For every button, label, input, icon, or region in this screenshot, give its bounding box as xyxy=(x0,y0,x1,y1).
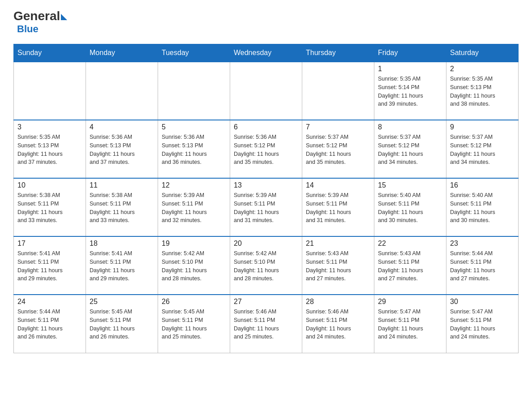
calendar-cell: 21Sunrise: 5:43 AM Sunset: 5:11 PM Dayli… xyxy=(302,236,374,295)
day-number: 5 xyxy=(162,123,226,131)
logo-general-text: General xyxy=(13,9,60,23)
calendar-week-row: 10Sunrise: 5:38 AM Sunset: 5:11 PM Dayli… xyxy=(14,178,519,236)
calendar-cell: 23Sunrise: 5:44 AM Sunset: 5:11 PM Dayli… xyxy=(446,236,519,295)
day-number: 9 xyxy=(450,123,515,131)
weekday-header-thursday: Thursday xyxy=(302,44,374,62)
calendar-cell: 26Sunrise: 5:45 AM Sunset: 5:11 PM Dayli… xyxy=(158,295,230,353)
calendar-cell: 7Sunrise: 5:37 AM Sunset: 5:12 PM Daylig… xyxy=(302,120,374,178)
calendar-cell: 28Sunrise: 5:46 AM Sunset: 5:11 PM Dayli… xyxy=(302,295,374,353)
day-number: 19 xyxy=(162,240,226,248)
calendar-cell xyxy=(158,62,230,120)
calendar-week-row: 1Sunrise: 5:35 AM Sunset: 5:14 PM Daylig… xyxy=(14,62,519,120)
calendar-cell: 10Sunrise: 5:38 AM Sunset: 5:11 PM Dayli… xyxy=(14,178,86,236)
calendar-cell: 11Sunrise: 5:38 AM Sunset: 5:11 PM Dayli… xyxy=(86,178,158,236)
calendar-cell: 1Sunrise: 5:35 AM Sunset: 5:14 PM Daylig… xyxy=(374,62,446,120)
day-info: Sunrise: 5:36 AM Sunset: 5:13 PM Dayligh… xyxy=(162,133,226,167)
day-info: Sunrise: 5:35 AM Sunset: 5:13 PM Dayligh… xyxy=(17,133,82,167)
day-info: Sunrise: 5:37 AM Sunset: 5:12 PM Dayligh… xyxy=(450,133,515,167)
day-info: Sunrise: 5:42 AM Sunset: 5:10 PM Dayligh… xyxy=(162,249,226,283)
weekday-header-tuesday: Tuesday xyxy=(158,44,230,62)
calendar-cell: 29Sunrise: 5:47 AM Sunset: 5:11 PM Dayli… xyxy=(374,295,446,353)
day-info: Sunrise: 5:43 AM Sunset: 5:11 PM Dayligh… xyxy=(306,249,370,283)
day-info: Sunrise: 5:45 AM Sunset: 5:11 PM Dayligh… xyxy=(90,308,154,341)
day-number: 21 xyxy=(306,240,370,248)
calendar-cell: 12Sunrise: 5:39 AM Sunset: 5:11 PM Dayli… xyxy=(158,178,230,236)
weekday-header-saturday: Saturday xyxy=(446,44,519,62)
day-number: 4 xyxy=(90,123,154,131)
day-info: Sunrise: 5:45 AM Sunset: 5:11 PM Dayligh… xyxy=(162,308,226,341)
day-number: 26 xyxy=(162,298,226,306)
logo: General Blue xyxy=(13,9,67,35)
calendar-cell: 22Sunrise: 5:43 AM Sunset: 5:11 PM Dayli… xyxy=(374,236,446,295)
day-info: Sunrise: 5:46 AM Sunset: 5:11 PM Dayligh… xyxy=(306,308,370,341)
day-info: Sunrise: 5:40 AM Sunset: 5:11 PM Dayligh… xyxy=(378,191,442,225)
day-number: 25 xyxy=(90,298,154,306)
day-info: Sunrise: 5:35 AM Sunset: 5:13 PM Dayligh… xyxy=(450,75,515,108)
day-info: Sunrise: 5:38 AM Sunset: 5:11 PM Dayligh… xyxy=(17,191,82,225)
calendar-week-row: 3Sunrise: 5:35 AM Sunset: 5:13 PM Daylig… xyxy=(14,120,519,178)
day-number: 24 xyxy=(17,298,82,306)
calendar-cell: 20Sunrise: 5:42 AM Sunset: 5:10 PM Dayli… xyxy=(230,236,302,295)
calendar-week-row: 17Sunrise: 5:41 AM Sunset: 5:11 PM Dayli… xyxy=(14,236,519,295)
day-info: Sunrise: 5:39 AM Sunset: 5:11 PM Dayligh… xyxy=(162,191,226,225)
day-number: 23 xyxy=(450,240,515,248)
day-info: Sunrise: 5:44 AM Sunset: 5:11 PM Dayligh… xyxy=(17,308,82,341)
calendar-cell: 30Sunrise: 5:47 AM Sunset: 5:11 PM Dayli… xyxy=(446,295,519,353)
calendar-cell: 3Sunrise: 5:35 AM Sunset: 5:13 PM Daylig… xyxy=(14,120,86,178)
day-info: Sunrise: 5:35 AM Sunset: 5:14 PM Dayligh… xyxy=(378,75,442,108)
day-info: Sunrise: 5:47 AM Sunset: 5:11 PM Dayligh… xyxy=(378,308,442,341)
day-number: 14 xyxy=(306,181,370,189)
day-number: 13 xyxy=(234,181,298,189)
calendar-cell: 25Sunrise: 5:45 AM Sunset: 5:11 PM Dayli… xyxy=(86,295,158,353)
calendar-cell: 16Sunrise: 5:40 AM Sunset: 5:11 PM Dayli… xyxy=(446,178,519,236)
day-number: 12 xyxy=(162,181,226,189)
calendar-cell: 6Sunrise: 5:36 AM Sunset: 5:12 PM Daylig… xyxy=(230,120,302,178)
day-number: 3 xyxy=(17,123,82,131)
day-number: 2 xyxy=(450,65,515,73)
day-number: 22 xyxy=(378,240,442,248)
day-info: Sunrise: 5:46 AM Sunset: 5:11 PM Dayligh… xyxy=(234,308,298,341)
day-number: 28 xyxy=(306,298,370,306)
day-info: Sunrise: 5:47 AM Sunset: 5:11 PM Dayligh… xyxy=(450,308,515,341)
calendar-cell: 19Sunrise: 5:42 AM Sunset: 5:10 PM Dayli… xyxy=(158,236,230,295)
weekday-header-sunday: Sunday xyxy=(14,44,86,62)
calendar-week-row: 24Sunrise: 5:44 AM Sunset: 5:11 PM Dayli… xyxy=(14,295,519,353)
logo-triangle-icon xyxy=(61,14,67,20)
day-number: 1 xyxy=(378,65,442,73)
day-number: 18 xyxy=(90,240,154,248)
weekday-header-friday: Friday xyxy=(374,44,446,62)
day-number: 10 xyxy=(17,181,82,189)
day-info: Sunrise: 5:36 AM Sunset: 5:13 PM Dayligh… xyxy=(90,133,154,167)
day-info: Sunrise: 5:44 AM Sunset: 5:11 PM Dayligh… xyxy=(450,249,515,283)
day-info: Sunrise: 5:37 AM Sunset: 5:12 PM Dayligh… xyxy=(306,133,370,167)
day-info: Sunrise: 5:41 AM Sunset: 5:11 PM Dayligh… xyxy=(17,249,82,283)
day-number: 20 xyxy=(234,240,298,248)
day-info: Sunrise: 5:39 AM Sunset: 5:11 PM Dayligh… xyxy=(306,191,370,225)
weekday-header-wednesday: Wednesday xyxy=(230,44,302,62)
day-number: 29 xyxy=(378,298,442,306)
day-info: Sunrise: 5:36 AM Sunset: 5:12 PM Dayligh… xyxy=(234,133,298,167)
calendar-cell: 8Sunrise: 5:37 AM Sunset: 5:12 PM Daylig… xyxy=(374,120,446,178)
day-number: 6 xyxy=(234,123,298,131)
calendar-cell: 5Sunrise: 5:36 AM Sunset: 5:13 PM Daylig… xyxy=(158,120,230,178)
day-number: 30 xyxy=(450,298,515,306)
day-number: 7 xyxy=(306,123,370,131)
day-number: 15 xyxy=(378,181,442,189)
calendar-cell: 17Sunrise: 5:41 AM Sunset: 5:11 PM Dayli… xyxy=(14,236,86,295)
calendar-cell xyxy=(86,62,158,120)
page-header: General Blue xyxy=(13,9,519,35)
calendar-cell: 27Sunrise: 5:46 AM Sunset: 5:11 PM Dayli… xyxy=(230,295,302,353)
day-info: Sunrise: 5:41 AM Sunset: 5:11 PM Dayligh… xyxy=(90,249,154,283)
calendar-header-row: SundayMondayTuesdayWednesdayThursdayFrid… xyxy=(14,44,519,62)
logo-blue-text: Blue xyxy=(17,23,39,35)
calendar-cell: 9Sunrise: 5:37 AM Sunset: 5:12 PM Daylig… xyxy=(446,120,519,178)
day-number: 27 xyxy=(234,298,298,306)
calendar-cell: 24Sunrise: 5:44 AM Sunset: 5:11 PM Dayli… xyxy=(14,295,86,353)
day-info: Sunrise: 5:37 AM Sunset: 5:12 PM Dayligh… xyxy=(378,133,442,167)
calendar-cell: 14Sunrise: 5:39 AM Sunset: 5:11 PM Dayli… xyxy=(302,178,374,236)
day-number: 8 xyxy=(378,123,442,131)
calendar-cell: 18Sunrise: 5:41 AM Sunset: 5:11 PM Dayli… xyxy=(86,236,158,295)
weekday-header-monday: Monday xyxy=(86,44,158,62)
day-info: Sunrise: 5:43 AM Sunset: 5:11 PM Dayligh… xyxy=(378,249,442,283)
calendar-cell: 2Sunrise: 5:35 AM Sunset: 5:13 PM Daylig… xyxy=(446,62,519,120)
